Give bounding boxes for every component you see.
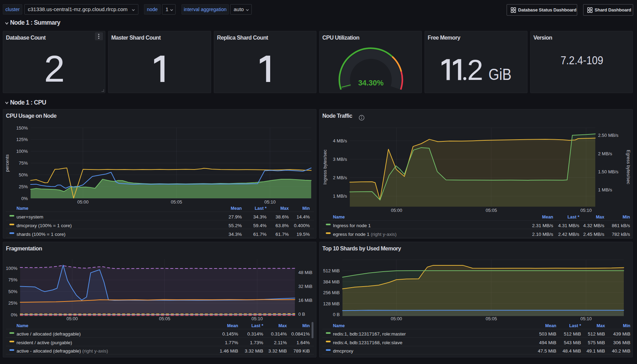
svg-text:34.3%: 34.3%	[253, 214, 266, 220]
svg-text:1.64%: 1.64%	[297, 340, 310, 345]
svg-text:Name: Name	[17, 206, 29, 211]
svg-text:128 MiB: 128 MiB	[323, 301, 340, 306]
svg-text:05:00: 05:00	[77, 199, 89, 205]
svg-text:3 MB/s: 3 MB/s	[333, 157, 347, 162]
svg-text:2.11%: 2.11%	[274, 340, 287, 345]
svg-text:05:05: 05:05	[171, 199, 182, 205]
svg-text:05:05: 05:05	[486, 316, 497, 321]
svg-text:25%: 25%	[19, 184, 28, 189]
svg-text:512 MiB: 512 MiB	[588, 331, 605, 337]
svg-text:dmcproxy: dmcproxy	[333, 348, 354, 354]
svg-text:shards (100% = 1 core): shards (100% = 1 core)	[17, 232, 66, 237]
svg-text:Max: Max	[596, 215, 604, 220]
svg-text:redis:4, bdb:12317168, role:sl: redis:4, bdb:12317168, role:slave	[333, 340, 403, 345]
svg-text:1.50 MB/s: 1.50 MB/s	[598, 169, 619, 174]
svg-text:34.3%: 34.3%	[228, 232, 242, 237]
svg-text:125%: 125%	[16, 137, 28, 142]
svg-text:49.1 MiB: 49.1 MiB	[587, 348, 605, 354]
svg-text:543 MiB: 543 MiB	[564, 340, 581, 345]
svg-text:Min: Min	[302, 206, 310, 211]
svg-text:48 MiB: 48 MiB	[298, 270, 312, 275]
svg-text:Last *: Last *	[251, 323, 263, 328]
svg-text:Max: Max	[280, 206, 289, 211]
svg-text:Egress bytes/sec: Egress bytes/sec	[626, 150, 631, 184]
svg-text:59.4%: 59.4%	[253, 223, 266, 228]
svg-text:439 MiB: 439 MiB	[613, 331, 630, 337]
svg-text:14.4%: 14.4%	[297, 214, 310, 220]
svg-text:percents: percents	[5, 154, 10, 172]
svg-text:05:10: 05:10	[251, 316, 263, 321]
svg-text:1 MB/s: 1 MB/s	[333, 193, 347, 199]
svg-text:redis:1, bdb:12317167, role:ma: redis:1, bdb:12317167, role:master	[333, 331, 406, 337]
svg-text:861 kB/s: 861 kB/s	[612, 223, 630, 228]
svg-text:Ingress bytes/sec: Ingress bytes/sec	[322, 149, 328, 185]
svg-text:384 MiB: 384 MiB	[323, 279, 340, 284]
svg-text:256 MiB: 256 MiB	[323, 290, 340, 295]
svg-text:75%: 75%	[19, 160, 28, 166]
svg-text:2.10 MB/s: 2.10 MB/s	[532, 232, 553, 237]
svg-text:61.7%: 61.7%	[253, 232, 266, 237]
svg-text:50%: 50%	[8, 289, 17, 294]
svg-text:Last *: Last *	[567, 215, 579, 220]
svg-text:Max: Max	[279, 323, 287, 328]
svg-text:Name: Name	[333, 215, 345, 220]
svg-text:1.46 MiB: 1.46 MiB	[220, 348, 238, 354]
svg-text:3.32 MiB: 3.32 MiB	[245, 348, 263, 354]
svg-text:32 MiB: 32 MiB	[298, 284, 312, 289]
svg-text:0%: 0%	[21, 196, 28, 201]
svg-text:34.30%: 34.30%	[358, 79, 384, 87]
svg-text:resident / active (purgable): resident / active (purgable)	[17, 340, 72, 345]
svg-text:100%: 100%	[16, 149, 28, 154]
svg-text:782 kB/s: 782 kB/s	[612, 232, 630, 237]
svg-text:05:10: 05:10	[580, 316, 592, 321]
svg-text:Min: Min	[623, 323, 630, 328]
svg-text:40.2 MiB: 40.2 MiB	[612, 348, 630, 354]
svg-text:0.314%: 0.314%	[271, 331, 287, 337]
svg-text:Name: Name	[17, 323, 29, 328]
svg-text:63.8%: 63.8%	[275, 223, 289, 228]
svg-text:2.50 MB/s: 2.50 MB/s	[598, 133, 619, 138]
svg-text:0.400%: 0.400%	[294, 223, 310, 228]
svg-text:Min: Min	[622, 215, 630, 220]
svg-text:05:00: 05:00	[391, 208, 402, 213]
svg-text:25%: 25%	[8, 300, 17, 306]
svg-text:0 B: 0 B	[298, 312, 305, 317]
svg-text:2.42 MB/s: 2.42 MB/s	[558, 232, 579, 237]
svg-text:05:00: 05:00	[391, 316, 402, 321]
svg-text:50%: 50%	[19, 172, 28, 177]
svg-text:Last *: Last *	[255, 206, 266, 211]
svg-text:47.5 MiB: 47.5 MiB	[538, 348, 556, 354]
svg-text:789 KiB: 789 KiB	[293, 348, 310, 354]
svg-text:512 MiB: 512 MiB	[323, 268, 340, 273]
svg-text:Mean: Mean	[231, 206, 242, 211]
svg-text:05:10: 05:10	[580, 208, 592, 213]
svg-text:Mean: Mean	[545, 323, 556, 328]
svg-text:306 MiB: 306 MiB	[613, 340, 630, 345]
svg-text:48.4 MiB: 48.4 MiB	[563, 348, 581, 354]
svg-text:2 MB/s: 2 MB/s	[333, 175, 347, 180]
svg-text:0.314%: 0.314%	[247, 331, 263, 337]
svg-text:0 B: 0 B	[333, 312, 340, 317]
svg-text:55.2%: 55.2%	[228, 223, 242, 228]
svg-text:0%: 0%	[11, 312, 17, 317]
svg-text:494 MiB: 494 MiB	[539, 340, 556, 345]
svg-text:2: 2	[467, 54, 483, 86]
svg-text:503 MiB: 503 MiB	[539, 331, 556, 337]
svg-text:0.145%: 0.145%	[222, 331, 238, 337]
svg-text:Ingress for node 1: Ingress for node 1	[333, 223, 371, 228]
svg-text:4.32 MB/s: 4.32 MB/s	[583, 223, 604, 228]
svg-text:1 MB/s: 1 MB/s	[598, 187, 612, 192]
svg-text:2.31 MB/s: 2.31 MB/s	[532, 223, 553, 228]
svg-text:16 MiB: 16 MiB	[298, 298, 312, 303]
svg-text:575 MiB: 575 MiB	[588, 340, 605, 345]
svg-text:Mean: Mean	[542, 215, 553, 220]
svg-text:75%: 75%	[8, 277, 17, 282]
svg-text:05:05: 05:05	[486, 208, 497, 213]
svg-text:Max: Max	[597, 323, 605, 328]
svg-text:19.5%: 19.5%	[297, 232, 310, 237]
svg-text:user+system: user+system	[17, 214, 43, 220]
svg-text:1.77%: 1.77%	[225, 340, 238, 345]
svg-text:2 MB/s: 2 MB/s	[598, 151, 612, 156]
svg-text:05:10: 05:10	[264, 199, 276, 205]
svg-text:38.6%: 38.6%	[275, 214, 289, 220]
